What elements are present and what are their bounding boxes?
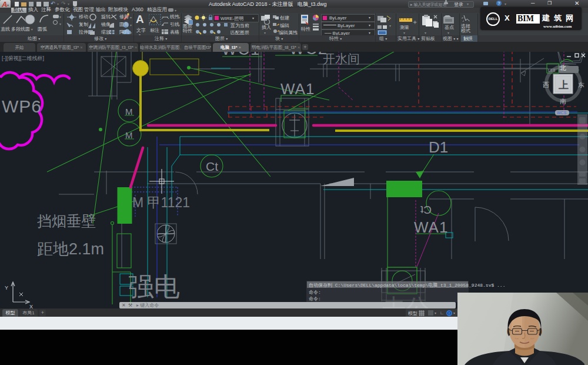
svg-text:M 甲1121: M 甲1121 (132, 195, 190, 210)
svg-text:北: 北 (559, 64, 566, 71)
svg-text:WCS: WCS (557, 111, 567, 115)
svg-text:LE8: LE8 (548, 68, 556, 72)
svg-text:强电: 强电 (128, 272, 180, 301)
svg-text:开水间: 开水间 (323, 52, 360, 65)
svg-text:WA1: WA1 (280, 80, 315, 98)
svg-text:WP6: WP6 (2, 97, 42, 116)
svg-text:东: 东 (578, 81, 584, 88)
svg-text:上: 上 (558, 79, 569, 91)
svg-text:WA1: WA1 (414, 218, 448, 236)
svg-text:M: M (125, 107, 133, 117)
svg-text:D1: D1 (429, 138, 448, 156)
svg-text:挡烟垂壁: 挡烟垂壁 (37, 213, 96, 229)
svg-text:南: 南 (560, 98, 566, 105)
svg-text:Y: Y (5, 285, 8, 291)
svg-text:距地2.1m: 距地2.1m (37, 240, 104, 258)
svg-text:西: 西 (543, 81, 549, 88)
svg-text:Ct: Ct (420, 204, 432, 216)
svg-text:Ct: Ct (206, 160, 218, 173)
svg-text:M: M (125, 130, 133, 140)
